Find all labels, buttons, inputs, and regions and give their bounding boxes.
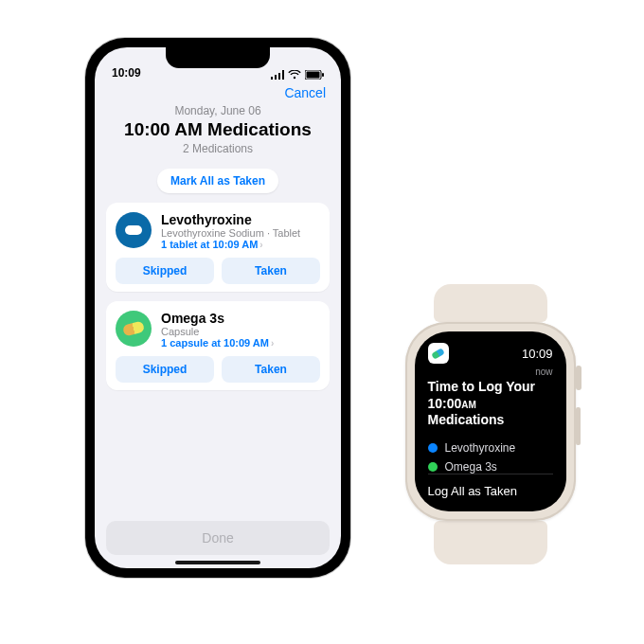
log-all-taken-button[interactable]: Log All as Taken [428, 474, 553, 498]
watch-band [434, 284, 547, 322]
notch [166, 47, 270, 68]
battery-icon [305, 70, 324, 80]
notification-now-label: now [428, 367, 553, 377]
capsule-icon [116, 311, 152, 347]
iphone-device: 10:09 Cancel Monday, June 06 10:00 AM Me… [85, 38, 350, 578]
page-title: 10:00 AM Medications [110, 119, 326, 140]
taken-button[interactable]: Taken [222, 258, 320, 284]
skipped-button[interactable]: Skipped [116, 356, 214, 383]
done-button[interactable]: Done [106, 521, 330, 555]
medication-description: Levothyroxine Sodium · Tablet [161, 227, 300, 239]
svg-rect-2 [322, 73, 324, 77]
medication-dose-link[interactable]: 1 tablet at 10:09 AM › [161, 239, 300, 250]
dot-icon [428, 462, 438, 472]
watch-screen: 10:09 now Time to Log Your 10:00AM Medic… [415, 331, 566, 511]
chevron-right-icon: › [271, 338, 274, 349]
side-button [576, 407, 581, 445]
medications-app-icon [428, 343, 449, 364]
cellular-signal-icon [271, 70, 284, 80]
notification-title: Time to Log Your 10:00AM Medications [428, 379, 553, 429]
dot-icon [428, 443, 438, 453]
header-date: Monday, June 06 [110, 104, 326, 117]
home-indicator [175, 561, 260, 564]
medication-name: Omega 3s [161, 311, 274, 326]
medication-dose-link[interactable]: 1 capsule at 10:09 AM › [161, 337, 274, 349]
watch-med-label: Levothyroxine [445, 441, 516, 455]
apple-watch-device: 10:09 now Time to Log Your 10:00AM Medic… [398, 284, 582, 564]
status-time: 10:09 [112, 66, 141, 80]
mark-all-taken-button[interactable]: Mark All as Taken [157, 169, 278, 193]
medication-description: Capsule [161, 326, 274, 337]
watch-case: 10:09 now Time to Log Your 10:00AM Medic… [405, 322, 576, 521]
wifi-icon [288, 70, 301, 80]
chevron-right-icon: › [259, 240, 262, 250]
watch-time: 10:09 [522, 347, 553, 361]
watch-med-label: Omega 3s [445, 460, 497, 474]
cancel-button[interactable]: Cancel [284, 85, 326, 100]
skipped-button[interactable]: Skipped [116, 258, 214, 284]
iphone-screen: 10:09 Cancel Monday, June 06 10:00 AM Me… [95, 47, 341, 568]
svg-rect-1 [307, 72, 320, 79]
medication-card: Levothyroxine Levothyroxine Sodium · Tab… [106, 203, 330, 292]
medication-card: Omega 3s Capsule 1 capsule at 10:09 AM ›… [106, 301, 330, 390]
watch-med-item: Levothyroxine [428, 438, 553, 457]
digital-crown [576, 366, 581, 390]
medication-name: Levothyroxine [161, 212, 300, 227]
watch-band [434, 521, 547, 564]
tablet-icon [116, 212, 152, 248]
taken-button[interactable]: Taken [222, 356, 320, 383]
header-subtitle: 2 Medications [110, 142, 326, 155]
